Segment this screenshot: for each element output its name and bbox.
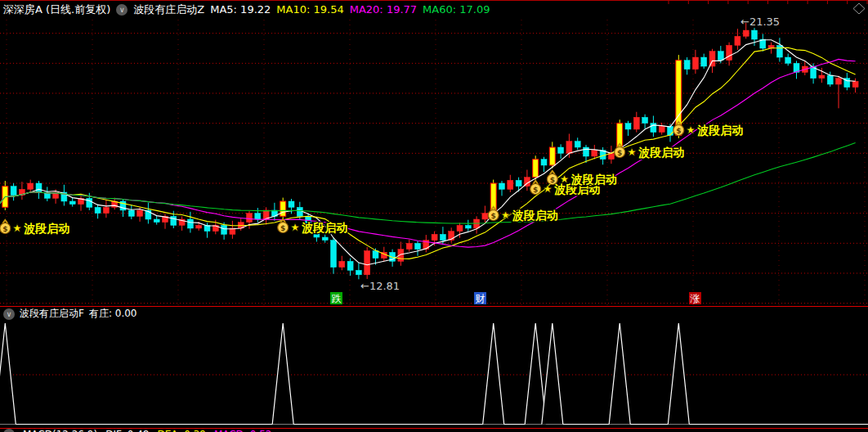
candle-down bbox=[465, 220, 471, 232]
macd-name: MACD(12,26,9) bbox=[23, 429, 97, 432]
panel2-collapse-chevron-icon[interactable]: ∨ bbox=[3, 308, 15, 320]
candle-down bbox=[322, 234, 328, 243]
candle-body bbox=[103, 207, 109, 213]
indicator-name: 波段有庄启动Z bbox=[133, 2, 204, 17]
candle-down bbox=[347, 259, 353, 276]
candle-up bbox=[508, 175, 513, 192]
candle-body bbox=[187, 219, 193, 228]
candle-down bbox=[415, 241, 421, 255]
candle-body bbox=[651, 124, 656, 133]
candle-down bbox=[558, 144, 564, 159]
candle-up bbox=[365, 247, 370, 279]
candle-up bbox=[474, 216, 480, 233]
caption-marker-text: 财 bbox=[476, 293, 485, 304]
candle-body bbox=[752, 30, 758, 39]
candle-down bbox=[255, 208, 261, 223]
candle-body bbox=[692, 57, 698, 70]
main-chart-header: 深深房A (日线.前复权) ∨ 波段有庄启动Z MA5: 19.22 MA10:… bbox=[0, 0, 868, 19]
candle-body bbox=[668, 126, 673, 135]
candle-body bbox=[718, 52, 723, 61]
signal-label: 波段启动 bbox=[512, 209, 558, 222]
candle-body bbox=[247, 214, 253, 223]
candle-down bbox=[785, 54, 791, 66]
candle-up bbox=[247, 211, 253, 229]
candle-down bbox=[44, 187, 50, 201]
money-bag-dollar: $ bbox=[533, 186, 538, 194]
candle-body bbox=[549, 147, 555, 165]
candle-body bbox=[347, 261, 353, 270]
candle-up bbox=[802, 61, 808, 75]
candle-body bbox=[684, 61, 690, 70]
candle-body bbox=[633, 117, 639, 129]
candle-body bbox=[701, 57, 707, 66]
candle-body bbox=[137, 210, 143, 216]
ma5-line bbox=[0, 40, 856, 265]
candle-body bbox=[339, 261, 345, 267]
low-label: ←12.81 bbox=[360, 280, 400, 292]
candle-down bbox=[541, 157, 547, 172]
candle-body bbox=[28, 183, 34, 189]
candle-body bbox=[196, 225, 202, 228]
signal-spike bbox=[272, 323, 293, 425]
money-bag-dollar: $ bbox=[491, 212, 496, 220]
candle-down bbox=[684, 57, 690, 74]
candle-body bbox=[727, 45, 732, 60]
signal-spike bbox=[483, 323, 504, 425]
candle-body bbox=[592, 151, 597, 156]
signal-marker: $★波段启动 bbox=[0, 220, 69, 236]
candle-body bbox=[255, 214, 261, 219]
candle-down bbox=[356, 263, 361, 279]
candle-up bbox=[78, 196, 84, 210]
candle-up bbox=[735, 29, 740, 50]
candle-body bbox=[533, 160, 539, 178]
signal-label: 波段启动 bbox=[638, 146, 684, 159]
caption-marker: 跌 bbox=[330, 292, 342, 304]
candle-body bbox=[575, 142, 580, 147]
signal-label: 波段启动 bbox=[23, 222, 69, 235]
candle-down bbox=[154, 216, 159, 225]
candle-down bbox=[776, 38, 782, 61]
candle-up bbox=[406, 240, 412, 252]
candle-up bbox=[19, 182, 25, 200]
signal-label: 波段启动 bbox=[301, 221, 347, 234]
candle-body bbox=[154, 219, 159, 223]
signal-spike bbox=[609, 323, 630, 425]
macd-dea-value: DEA: 0.39 bbox=[157, 429, 205, 432]
candle-body bbox=[128, 210, 134, 216]
candle-body bbox=[558, 147, 564, 153]
macd-collapse-chevron-icon[interactable]: ∨ bbox=[3, 429, 15, 432]
star-icon: ★ bbox=[11, 221, 22, 236]
collapse-chevron-icon[interactable]: ∨ bbox=[116, 4, 128, 16]
candle-body bbox=[457, 225, 463, 231]
candle-body bbox=[827, 75, 833, 84]
candle-body bbox=[516, 180, 521, 186]
macd-value: MACD: 0.52 bbox=[214, 429, 272, 432]
candle-body bbox=[566, 142, 572, 154]
candle-body bbox=[322, 237, 328, 241]
candle-down bbox=[516, 178, 521, 192]
candle-body bbox=[819, 75, 825, 79]
candle-body bbox=[406, 243, 412, 249]
signal-marker: $★波段启动 bbox=[278, 219, 348, 235]
candle-body bbox=[836, 79, 842, 84]
signal-marker: $★波段启动 bbox=[615, 144, 685, 160]
signal-spike bbox=[542, 323, 563, 425]
candle-body bbox=[221, 225, 227, 234]
panel2-indicator-value: 有庄: 0.00 bbox=[89, 307, 137, 321]
candle-body bbox=[356, 270, 361, 274]
candle-up bbox=[163, 214, 168, 228]
candle-up bbox=[179, 216, 185, 231]
signal-label: 波段启动 bbox=[570, 173, 617, 186]
caption-marker-text: 跌 bbox=[332, 293, 342, 304]
candle-body bbox=[499, 183, 505, 189]
candle-body bbox=[289, 201, 294, 207]
candle-up bbox=[28, 180, 34, 192]
money-bag-dollar: $ bbox=[280, 224, 285, 232]
candle-body bbox=[331, 241, 337, 268]
candle-body bbox=[69, 201, 75, 205]
candle-body bbox=[642, 117, 648, 123]
candle-up bbox=[230, 221, 235, 239]
candle-body bbox=[482, 214, 488, 219]
ma5-value: MA5: 19.22 bbox=[210, 3, 271, 16]
app-window: $★波段启动$★波段启动$★波段启动$★波段启动$★波段启动$★波段启动$★波段… bbox=[0, 0, 868, 432]
